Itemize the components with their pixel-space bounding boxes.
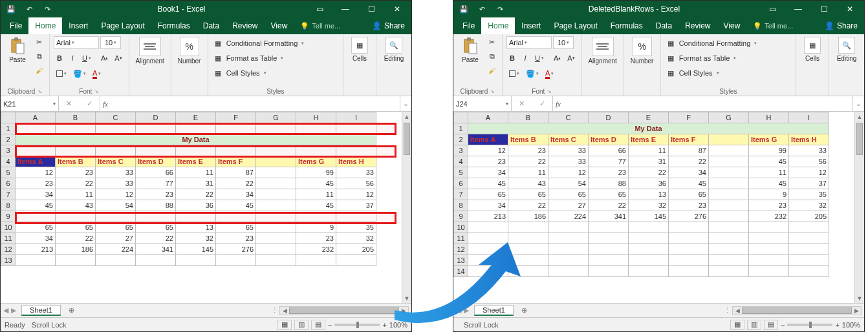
maximize-icon[interactable]: ☐ [360, 1, 383, 17]
tell-me[interactable]: 💡Tell me... [294, 17, 365, 34]
row-header[interactable]: 2 [454, 134, 468, 145]
row-header[interactable]: 12 [454, 244, 468, 255]
cell[interactable] [16, 145, 56, 156]
cell[interactable]: 31 [629, 156, 669, 167]
cell[interactable] [56, 255, 96, 266]
vertical-scrollbar[interactable]: ▲ ▼ [402, 112, 411, 303]
fill-color-button[interactable]: 🪣▾ [523, 67, 541, 80]
dialog-launcher-icon[interactable]: ↘ [94, 88, 99, 94]
cell[interactable] [256, 178, 296, 189]
row-header[interactable]: 5 [454, 167, 468, 178]
cell[interactable]: 34 [669, 167, 709, 178]
cell[interactable]: 13 [629, 189, 669, 200]
cell[interactable] [548, 233, 589, 244]
cell[interactable]: 23 [216, 233, 256, 244]
cell[interactable]: 12 [789, 167, 829, 178]
cell[interactable]: 45 [749, 156, 789, 167]
alignment-button[interactable]: Alignment [586, 36, 620, 65]
cell[interactable] [468, 233, 508, 244]
column-header[interactable]: B [56, 112, 96, 123]
save-icon[interactable]: 💾 [3, 2, 19, 16]
column-header[interactable]: C [548, 112, 589, 123]
cell[interactable]: 11 [296, 189, 336, 200]
column-header[interactable]: F [216, 112, 256, 123]
cell[interactable]: 99 [749, 145, 789, 156]
cell[interactable]: 33 [789, 145, 829, 156]
cell[interactable] [468, 244, 508, 255]
cell[interactable]: 22 [216, 178, 256, 189]
scroll-thumb[interactable] [856, 123, 863, 155]
cell[interactable]: 65 [96, 222, 136, 233]
cell[interactable]: 33 [548, 156, 589, 167]
cancel-formula-icon[interactable]: ✕ [66, 99, 72, 108]
borders-button[interactable]: ▾ [54, 67, 69, 80]
cell[interactable]: 13 [176, 222, 216, 233]
hscroll-thumb[interactable] [289, 307, 399, 314]
cell[interactable]: 45 [296, 178, 336, 189]
editing-button[interactable]: 🔍 Editing [380, 36, 407, 62]
name-box[interactable]: J24▾ [453, 96, 512, 111]
zoom-slider[interactable]: − + 100% [328, 321, 407, 329]
cell[interactable] [508, 255, 548, 266]
cell[interactable]: 87 [669, 145, 709, 156]
name-box[interactable]: K21▾ [1, 96, 59, 111]
cell-styles-button[interactable]: ▦Cell Styles▾ [665, 67, 757, 79]
scroll-right-icon[interactable]: ▶ [852, 307, 861, 314]
italic-button[interactable]: I [519, 52, 531, 65]
cell[interactable]: 11 [629, 145, 669, 156]
column-header[interactable]: D [136, 112, 176, 123]
row-header[interactable]: 10 [454, 222, 468, 233]
cell[interactable] [669, 233, 709, 244]
cell[interactable] [589, 266, 629, 277]
cell[interactable]: 32 [629, 200, 669, 211]
cell[interactable]: 65 [216, 222, 256, 233]
cell[interactable] [176, 211, 216, 222]
cell[interactable] [709, 167, 749, 178]
cell[interactable]: 99 [296, 167, 336, 178]
bold-button[interactable]: B [506, 52, 518, 65]
cell[interactable] [256, 211, 296, 222]
cell[interactable]: 35 [789, 189, 829, 200]
cell[interactable]: 45 [749, 178, 789, 189]
cell[interactable] [256, 167, 296, 178]
cell[interactable] [256, 200, 296, 211]
row-header[interactable]: 2 [1, 134, 16, 145]
tab-review[interactable]: Review [678, 17, 717, 34]
font-name-input[interactable]: Arial▾ [54, 36, 99, 49]
tab-home[interactable]: Home [481, 17, 515, 34]
add-sheet-icon[interactable]: ⊕ [66, 305, 78, 316]
scroll-left-icon[interactable]: ◀ [733, 307, 742, 314]
cell[interactable]: 37 [789, 178, 829, 189]
cell[interactable] [749, 222, 789, 233]
number-button[interactable]: % Number [628, 36, 656, 65]
cell[interactable]: 213 [468, 211, 508, 222]
tab-file[interactable]: File [3, 17, 28, 34]
header-cell[interactable]: Items A [468, 134, 508, 145]
cell[interactable]: 37 [336, 200, 376, 211]
cell[interactable]: 232 [296, 244, 336, 255]
cell[interactable]: 23 [589, 167, 629, 178]
cells-button[interactable]: ▦ Cells [347, 36, 372, 62]
cell[interactable] [589, 233, 629, 244]
enter-formula-icon[interactable]: ✓ [539, 99, 545, 108]
editing-button[interactable]: 🔍 Editing [833, 36, 860, 62]
cell[interactable] [749, 255, 789, 266]
column-header[interactable]: E [629, 112, 669, 123]
row-header[interactable]: 9 [1, 211, 16, 222]
cell[interactable]: 22 [669, 156, 709, 167]
cell[interactable] [256, 189, 296, 200]
minimize-icon[interactable]: — [787, 1, 810, 17]
paste-button[interactable]: Paste [5, 36, 30, 63]
cell[interactable]: 12 [96, 189, 136, 200]
header-cell[interactable] [709, 134, 749, 145]
cell[interactable] [789, 233, 829, 244]
tab-formulas[interactable]: Formulas [151, 17, 197, 34]
number-button[interactable]: % Number [175, 36, 204, 65]
sheet-tab[interactable]: Sheet1 [21, 305, 61, 316]
tab-insert[interactable]: Insert [515, 17, 547, 34]
grow-font-button[interactable]: A▴ [98, 52, 111, 65]
cell[interactable] [709, 156, 749, 167]
cell[interactable] [216, 255, 256, 266]
cell[interactable]: 33 [96, 167, 136, 178]
cut-icon[interactable]: ✂ [33, 36, 45, 48]
